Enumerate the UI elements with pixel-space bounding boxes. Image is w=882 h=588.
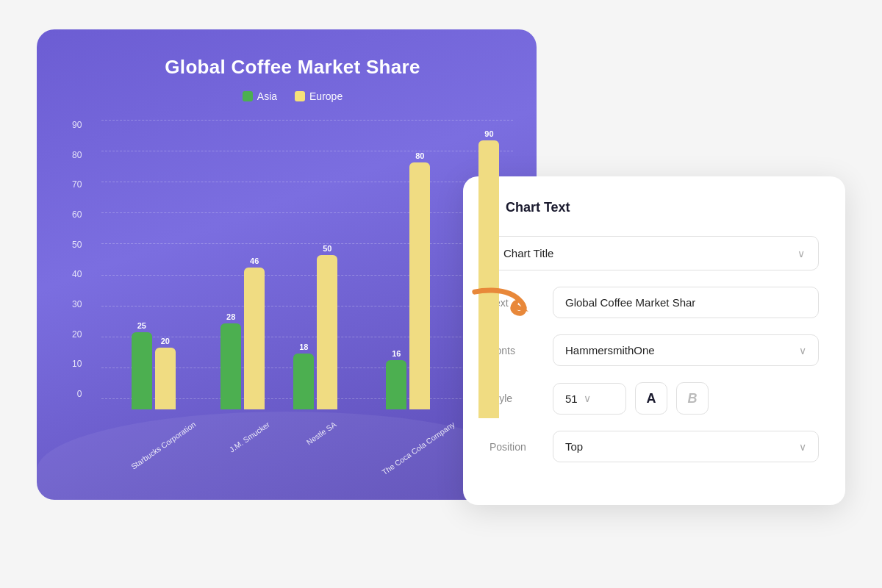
bar-starbucks-yellow bbox=[155, 348, 176, 409]
fonts-dropdown-value: HammersmithOne bbox=[565, 344, 655, 356]
bar-value-coca-cola-green: 16 bbox=[392, 349, 401, 358]
style-italic-button[interactable]: B bbox=[676, 382, 709, 415]
legend-asia: Asia bbox=[243, 90, 277, 102]
bar-label-area-coca-cola: The Coca Cola Company bbox=[365, 415, 451, 429]
bar-col-nestle-green: 18 bbox=[293, 343, 314, 409]
style-field-control: 51 ∨ A B bbox=[553, 382, 819, 415]
fonts-field-row: Fonts HammersmithOne ∨ bbox=[490, 334, 819, 366]
fonts-dropdown[interactable]: HammersmithOne ∨ bbox=[553, 334, 819, 366]
legend-label-asia: Asia bbox=[257, 90, 277, 102]
bar-coca-cola-yellow bbox=[409, 162, 430, 409]
bar-starbucks-green bbox=[132, 332, 152, 409]
bar-nestle-yellow bbox=[317, 255, 337, 409]
grid-line-1 bbox=[101, 120, 513, 121]
bar-value-nestle-green: 18 bbox=[299, 343, 308, 351]
y-label-60: 60 bbox=[72, 209, 82, 220]
bar-col-smucker-yellow: 46 bbox=[244, 257, 265, 409]
position-field-control: Top ∨ bbox=[553, 431, 819, 462]
bar-value-starbucks-green: 25 bbox=[137, 321, 146, 330]
position-dropdown-chevron: ∨ bbox=[799, 441, 806, 453]
bar-col-starbucks-yellow: 20 bbox=[155, 337, 176, 409]
style-italic-label: B bbox=[688, 391, 698, 406]
chart-card: Global Coffee Market Share Asia Europe 9… bbox=[37, 29, 537, 500]
style-dropdown-chevron: ∨ bbox=[584, 392, 591, 404]
bar-group-bars-smucker: 28 46 bbox=[220, 257, 265, 409]
style-bold-button[interactable]: A bbox=[635, 382, 667, 415]
y-label-0: 0 bbox=[77, 389, 82, 399]
bar-group-last: 90 bbox=[478, 129, 499, 429]
y-label-40: 40 bbox=[72, 269, 82, 279]
y-label-20: 20 bbox=[72, 329, 82, 340]
y-label-30: 30 bbox=[72, 299, 82, 309]
bar-group-bars-starbucks: 25 20 bbox=[132, 321, 176, 409]
bar-label-area-starbucks: Starbucks Corporation bbox=[115, 415, 192, 429]
legend-europe: Europe bbox=[295, 90, 343, 102]
bar-group-starbucks: 25 20 Starbucks Corporation bbox=[115, 321, 192, 429]
style-field-row: Style 51 ∨ A B bbox=[490, 382, 819, 415]
main-container: Global Coffee Market Share Asia Europe 9… bbox=[37, 29, 845, 559]
position-field-label: Position bbox=[490, 441, 541, 453]
bar-col-last-yellow: 90 bbox=[478, 129, 499, 418]
y-axis: 90 80 70 60 50 40 30 20 10 0 bbox=[72, 120, 87, 399]
text-field-control bbox=[553, 287, 819, 318]
text-input[interactable] bbox=[553, 287, 819, 318]
legend-label-europe: Europe bbox=[309, 90, 343, 102]
legend-color-europe bbox=[295, 91, 305, 101]
bar-smucker-green bbox=[220, 323, 241, 409]
y-label-90: 90 bbox=[72, 120, 82, 130]
chart-title-dropdown-chevron: ∨ bbox=[797, 248, 805, 259]
chart-title-dropdown-row: Chart Title ∨ bbox=[490, 236, 819, 270]
chart-legend: Asia Europe bbox=[72, 90, 513, 102]
text-field-row: Text bbox=[490, 287, 819, 318]
settings-panel: ▼ Chart Text Chart Title ∨ Text Fonts Ha… bbox=[463, 176, 845, 505]
style-dropdown-value: 51 bbox=[565, 392, 578, 405]
bar-value-smucker-yellow: 46 bbox=[250, 257, 259, 265]
legend-color-asia bbox=[243, 91, 253, 101]
chart-title: Global Coffee Market Share bbox=[72, 56, 513, 79]
chart-title-dropdown[interactable]: Chart Title ∨ bbox=[490, 236, 819, 270]
panel-header: ▼ Chart Text bbox=[490, 200, 819, 215]
style-dropdown[interactable]: 51 ∨ bbox=[553, 383, 626, 415]
bar-value-coca-cola-yellow: 80 bbox=[415, 151, 424, 160]
panel-header-title: Chart Text bbox=[506, 200, 570, 215]
fonts-dropdown-chevron: ∨ bbox=[799, 345, 806, 356]
bars-wrapper: 25 20 Starbucks Corporation bbox=[101, 149, 513, 429]
bar-value-nestle-yellow: 50 bbox=[323, 244, 331, 253]
position-field-row: Position Top ∨ bbox=[490, 431, 819, 462]
y-label-50: 50 bbox=[72, 240, 82, 250]
bar-group-coca-cola: 16 80 The Coca Cola Company bbox=[365, 151, 451, 429]
bar-group-bars-coca-cola: 16 80 bbox=[386, 151, 430, 409]
bar-group-smucker: 28 46 J.M. Smucker bbox=[219, 257, 266, 429]
y-label-70: 70 bbox=[72, 179, 82, 190]
bar-value-smucker-green: 28 bbox=[226, 312, 235, 321]
bar-value-starbucks-yellow: 20 bbox=[161, 337, 170, 345]
bar-col-coca-cola-yellow: 80 bbox=[409, 151, 430, 409]
bar-smucker-yellow bbox=[244, 268, 265, 409]
bar-group-nestle: 18 50 Nestle SA bbox=[293, 244, 337, 429]
bar-col-smucker-green: 28 bbox=[220, 312, 241, 409]
y-label-10: 10 bbox=[72, 359, 82, 369]
fonts-field-control: HammersmithOne ∨ bbox=[553, 334, 819, 366]
bar-group-bars-last: 90 bbox=[478, 129, 499, 418]
bar-nestle-green bbox=[293, 354, 314, 409]
bar-label-area-nestle: Nestle SA bbox=[298, 415, 333, 429]
style-bold-label: A bbox=[647, 391, 656, 406]
bar-col-coca-cola-green: 16 bbox=[386, 349, 406, 409]
bar-coca-cola-green bbox=[386, 360, 406, 409]
bar-group-bars-nestle: 18 50 bbox=[293, 244, 337, 409]
bar-col-starbucks-green: 25 bbox=[132, 321, 152, 409]
bar-col-nestle-yellow: 50 bbox=[317, 244, 337, 409]
bar-value-last-yellow: 90 bbox=[484, 129, 493, 138]
y-label-80: 80 bbox=[72, 150, 82, 160]
position-dropdown-value: Top bbox=[565, 440, 583, 453]
chart-area: 90 80 70 60 50 40 30 20 10 0 bbox=[72, 120, 513, 429]
position-dropdown[interactable]: Top ∨ bbox=[553, 431, 819, 462]
bar-label-area-smucker: J.M. Smucker bbox=[219, 415, 266, 429]
